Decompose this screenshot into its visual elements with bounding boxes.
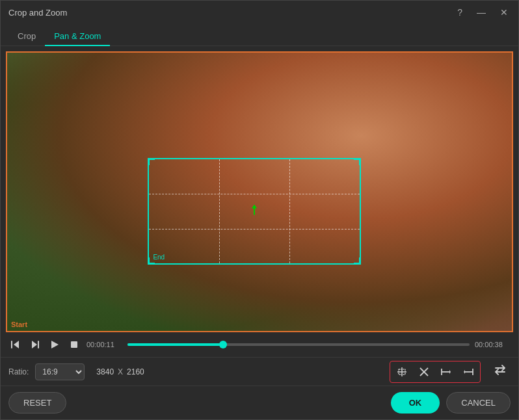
- close-button[interactable]: ✕: [498, 7, 511, 18]
- alignment-icon-buttons: [390, 361, 481, 383]
- play-button[interactable]: [47, 337, 62, 352]
- ratio-select[interactable]: 16:9 4:3 1:1 Custom: [35, 363, 85, 380]
- step-forward-button[interactable]: [28, 337, 42, 352]
- swap-button[interactable]: [490, 361, 511, 382]
- width-value: 3840: [96, 367, 114, 376]
- cancel-button[interactable]: CANCEL: [446, 392, 511, 413]
- main-window: Crop and Zoom ? — ✕ Crop Pan & Zoom End: [0, 0, 519, 420]
- crop-fit-button[interactable]: [392, 363, 412, 380]
- action-right: OK CANCEL: [391, 392, 511, 413]
- svg-marker-5: [51, 341, 59, 348]
- svg-marker-3: [32, 341, 37, 348]
- svg-rect-1: [11, 341, 12, 348]
- current-time: 00:00:11: [86, 341, 122, 348]
- title-bar-right: ? — ✕: [455, 7, 511, 18]
- playback-bar: 00:00:11 00:00:38: [1, 332, 518, 357]
- progress-bar[interactable]: [127, 343, 470, 346]
- start-label: Start: [11, 321, 27, 328]
- svg-marker-2: [14, 341, 19, 348]
- tab-pan-zoom[interactable]: Pan & Zoom: [45, 27, 110, 46]
- minimize-button[interactable]: —: [474, 7, 488, 18]
- tabs-bar: Crop Pan & Zoom: [1, 24, 518, 46]
- title-bar-left: Crop and Zoom: [8, 8, 67, 18]
- height-value: 2160: [127, 367, 144, 376]
- progress-thumb[interactable]: [219, 341, 227, 348]
- window-title: Crop and Zoom: [8, 8, 67, 18]
- svg-rect-6: [71, 341, 77, 348]
- tab-crop[interactable]: Crop: [8, 27, 45, 46]
- video-background: [6, 51, 513, 332]
- stop-button[interactable]: [67, 337, 81, 352]
- action-bar: RESET OK CANCEL: [1, 386, 518, 419]
- crop-fill-button[interactable]: [414, 363, 434, 380]
- reset-button[interactable]: RESET: [8, 392, 66, 413]
- progress-fill: [127, 343, 223, 346]
- svg-rect-4: [38, 341, 39, 348]
- svg-marker-14: [449, 370, 451, 374]
- title-bar: Crop and Zoom ? — ✕: [1, 1, 518, 24]
- svg-marker-17: [464, 370, 465, 374]
- help-button[interactable]: ?: [455, 7, 465, 18]
- ok-button[interactable]: OK: [391, 392, 440, 413]
- x-separator: X: [118, 367, 123, 376]
- video-preview[interactable]: End Start: [6, 51, 513, 332]
- align-left-button[interactable]: [436, 363, 456, 380]
- bottom-controls: Ratio: 16:9 4:3 1:1 Custom 3840 X 2160: [1, 357, 518, 386]
- align-right-button[interactable]: [459, 363, 478, 380]
- ratio-label: Ratio:: [8, 367, 29, 376]
- step-back-button[interactable]: [8, 337, 23, 352]
- dimension-display: 3840 X 2160: [96, 367, 144, 376]
- total-time: 00:00:38: [475, 341, 511, 348]
